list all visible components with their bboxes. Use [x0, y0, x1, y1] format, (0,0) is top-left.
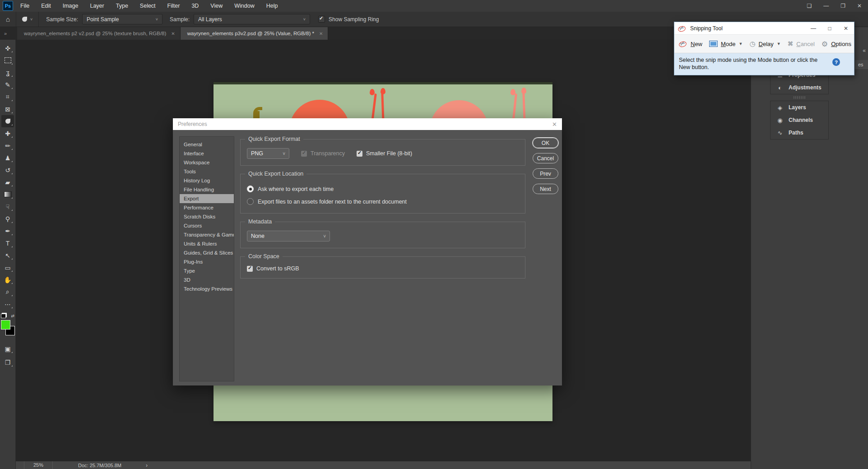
- metadata-select[interactable]: None ˅: [247, 231, 330, 241]
- mode-button[interactable]: Mode ▼: [709, 41, 743, 47]
- prefs-category-item[interactable]: Interface: [180, 149, 234, 158]
- zoom-level-field[interactable]: 25%: [24, 461, 53, 469]
- rectangle-tool[interactable]: ▭: [1, 261, 14, 274]
- home-icon[interactable]: ⌂: [6, 15, 10, 23]
- pen-tool[interactable]: ✒: [1, 225, 14, 237]
- prefs-category-item[interactable]: 3D: [180, 275, 234, 284]
- history-brush-tool[interactable]: ↺: [1, 164, 14, 176]
- dialog-title-bar[interactable]: Preferences ✕: [173, 118, 562, 130]
- transparency-checkbox[interactable]: Transparency: [301, 150, 345, 157]
- tab-overflow-icon[interactable]: »: [0, 27, 17, 40]
- close-icon[interactable]: ✕: [838, 22, 854, 34]
- export-location-radio[interactable]: Export files to an assets folder next to…: [247, 198, 519, 205]
- next-button[interactable]: Next: [533, 184, 558, 194]
- smudge-tool[interactable]: ☟: [1, 200, 14, 213]
- menu-item[interactable]: View: [210, 3, 223, 9]
- arrange-documents-icon[interactable]: ❏: [807, 3, 812, 9]
- prefs-category-item[interactable]: Transparency & Gamut: [180, 230, 234, 239]
- default-colors-icon[interactable]: [1, 314, 6, 318]
- prefs-category-item[interactable]: Export: [180, 194, 234, 203]
- path-selection-tool[interactable]: ↖: [1, 249, 14, 261]
- close-tab-icon[interactable]: [319, 31, 323, 36]
- document-tab[interactable]: wayrynen_elements p2 v2.psd @ 25% (textu…: [17, 27, 181, 40]
- eyedropper-tool[interactable]: [1, 115, 14, 127]
- crop-tool[interactable]: ⌗: [1, 91, 14, 103]
- paths-panel-button[interactable]: ∿ Paths: [771, 126, 828, 139]
- prefs-category-item[interactable]: General: [180, 140, 234, 149]
- prefs-category-item[interactable]: Workspace: [180, 158, 234, 167]
- prefs-category-item[interactable]: Technology Previews: [180, 284, 234, 293]
- move-tool[interactable]: ✜: [1, 42, 14, 54]
- smaller-file-checkbox[interactable]: Smaller File (8-bit): [357, 150, 412, 157]
- clone-stamp-tool[interactable]: ♟: [1, 152, 14, 164]
- prefs-category-item[interactable]: Cursors: [180, 221, 234, 230]
- quick-mask-button[interactable]: ▣: [1, 343, 14, 355]
- hidden-panel-tab[interactable]: es: [855, 60, 868, 69]
- menu-item[interactable]: Edit: [41, 3, 51, 9]
- prefs-category-item[interactable]: Tools: [180, 167, 234, 176]
- minimize-icon[interactable]: —: [823, 3, 829, 9]
- menu-item[interactable]: File: [20, 3, 29, 9]
- dodge-tool[interactable]: ⚲: [1, 213, 14, 225]
- adjustments-panel-button[interactable]: ◐ Adjustments: [771, 81, 828, 94]
- menu-item[interactable]: Image: [63, 3, 79, 9]
- ok-button[interactable]: OK: [533, 138, 558, 148]
- type-tool[interactable]: T: [1, 237, 14, 249]
- menu-item[interactable]: 3D: [191, 3, 199, 9]
- edit-toolbar-button[interactable]: ⋯: [1, 298, 14, 310]
- cancel-button[interactable]: Cancel: [533, 153, 558, 163]
- status-chevron-icon[interactable]: ›: [146, 462, 148, 469]
- show-sampling-ring-checkbox[interactable]: Show Sampling Ring: [318, 16, 379, 23]
- menu-item[interactable]: Help: [266, 3, 278, 9]
- brush-tool[interactable]: ✏: [1, 139, 14, 152]
- quick-selection-tool[interactable]: ✎: [1, 79, 14, 91]
- screen-mode-button[interactable]: ❐: [1, 356, 14, 368]
- menu-item[interactable]: Filter: [167, 3, 180, 9]
- help-icon[interactable]: ?: [832, 58, 840, 66]
- snipping-tool-title-bar[interactable]: Snipping Tool — □ ✕: [674, 22, 854, 34]
- prefs-category-item[interactable]: Guides, Grid & Slices: [180, 248, 234, 257]
- minimize-icon[interactable]: —: [805, 22, 822, 34]
- convert-srgb-checkbox[interactable]: Convert to sRGB: [247, 265, 519, 272]
- export-format-select[interactable]: PNG ˅: [247, 148, 289, 159]
- options-button[interactable]: Options ▼: [822, 40, 851, 48]
- prefs-category-item[interactable]: Performance: [180, 203, 234, 212]
- prefs-category-item[interactable]: Plug-Ins: [180, 257, 234, 266]
- close-icon[interactable]: ✕: [552, 121, 557, 128]
- gradient-tool[interactable]: [1, 188, 14, 200]
- panel-grip[interactable]: [794, 96, 805, 99]
- lasso-tool[interactable]: ʓ: [1, 66, 14, 79]
- menu-item[interactable]: Select: [140, 3, 156, 9]
- export-location-radio[interactable]: Ask where to export each time: [247, 186, 519, 192]
- menu-item[interactable]: Layer: [90, 3, 104, 9]
- close-icon[interactable]: ✕: [857, 3, 862, 9]
- spot-healing-brush-tool[interactable]: ✚: [1, 127, 14, 139]
- zoom-tool[interactable]: ⌕: [1, 286, 14, 298]
- cancel-button[interactable]: Cancel ▼: [788, 40, 815, 48]
- new-button[interactable]: New ▼: [679, 40, 702, 47]
- prefs-category-item[interactable]: Scratch Disks: [180, 212, 234, 221]
- prefs-category-item[interactable]: History Log: [180, 176, 234, 185]
- rectangular-marquee-tool[interactable]: [1, 54, 14, 66]
- menu-item[interactable]: Type: [116, 3, 128, 9]
- swap-colors-icon[interactable]: ⇄: [11, 314, 14, 318]
- channels-panel-button[interactable]: ◉ Channels: [771, 114, 828, 126]
- restore-icon[interactable]: ❐: [840, 3, 845, 9]
- prefs-category-item[interactable]: File Handling: [180, 185, 234, 194]
- prev-button[interactable]: Prev: [533, 168, 558, 179]
- sample-select[interactable]: All Layers ˅: [194, 14, 310, 24]
- frame-tool[interactable]: ⊠: [1, 103, 14, 115]
- eraser-tool[interactable]: ▰: [1, 176, 14, 188]
- maximize-icon[interactable]: □: [822, 22, 838, 34]
- menu-item[interactable]: Window: [234, 3, 254, 9]
- current-tool-button[interactable]: ˅: [16, 17, 38, 22]
- prefs-category-item[interactable]: Units & Rulers: [180, 239, 234, 248]
- delay-button[interactable]: Delay ▼: [749, 40, 780, 48]
- sample-size-select[interactable]: Point Sample ˅: [82, 14, 162, 24]
- layers-panel-button[interactable]: ◈ Layers: [771, 101, 828, 114]
- foreground-color-swatch[interactable]: [1, 320, 10, 330]
- hand-tool[interactable]: ✋: [1, 274, 14, 286]
- collapse-panels-icon[interactable]: «: [863, 47, 865, 54]
- document-tab[interactable]: wayrynen_elements p3v2.psd @ 25% (Value,…: [181, 27, 329, 40]
- close-tab-icon[interactable]: [171, 31, 175, 36]
